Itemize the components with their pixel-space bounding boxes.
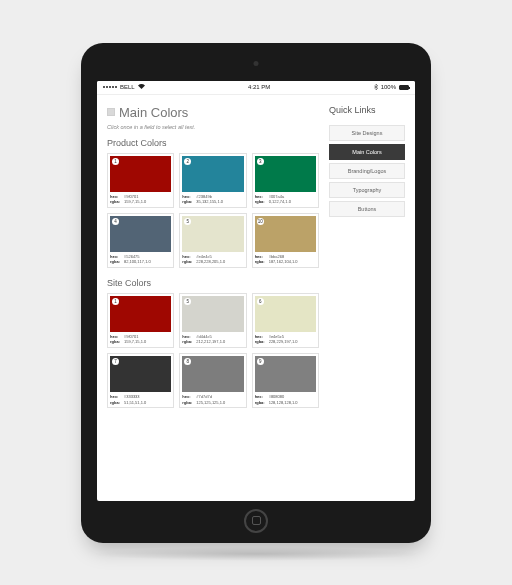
swatch-meta: hex:#9f0701rgba:159,7,15,1.0 (110, 334, 171, 345)
rgba-value[interactable]: 187,162,104,1.0 (269, 259, 298, 265)
ipad-frame: BELL 4:21 PM 100% Main Colors Cli (81, 43, 431, 543)
rgba-value[interactable]: 159,7,15,1.0 (124, 199, 146, 205)
rgba-label: rgba: (255, 199, 267, 205)
rgba-label: rgba: (182, 400, 194, 406)
status-bar: BELL 4:21 PM 100% (97, 81, 415, 95)
quick-links-heading: Quick Links (329, 105, 405, 115)
swatch-meta: hex:#7d7d7drgba:125,125,125,1.0 (182, 394, 243, 405)
rgba-label: rgba: (110, 339, 122, 345)
color-swatch[interactable]: 6hex:#e4e5c5rgba:228,229,197,1.0 (252, 293, 319, 348)
device-camera (254, 61, 259, 66)
color-swatch[interactable]: 4hex:#526475rgba:82,100,117,1.0 (107, 213, 174, 268)
color-swatch[interactable]: 7hex:#333333rgba:51,51,51,1.0 (107, 353, 174, 408)
device-shadow (91, 547, 421, 561)
section-heading-site: Site Colors (107, 278, 319, 288)
color-chip (182, 356, 243, 392)
rgba-label: rgba: (182, 199, 194, 205)
rgba-value[interactable]: 212,212,197,1.0 (196, 339, 225, 345)
swatch-number: 3 (257, 158, 264, 165)
color-chip (182, 216, 243, 252)
signal-dots-icon (103, 86, 117, 88)
color-swatch[interactable]: 2hex:#23849brgba:35,132,155,1.0 (179, 153, 246, 208)
color-swatch[interactable]: 5hex:#e4e4c5rgba:228,228,205,1.0 (179, 213, 246, 268)
swatch-number: 10 (257, 218, 264, 225)
rgba-value[interactable]: 228,229,197,1.0 (269, 339, 298, 345)
main-column: Main Colors Click once in a field to sel… (107, 105, 319, 501)
rgba-label: rgba: (255, 339, 267, 345)
quick-link-typography[interactable]: Typography (329, 182, 405, 198)
rgba-label: rgba: (182, 339, 194, 345)
swatch-meta: hex:#23849brgba:35,132,155,1.0 (182, 194, 243, 205)
rgba-label: rgba: (255, 400, 267, 406)
rgba-label: rgba: (110, 259, 122, 265)
color-chip (110, 216, 171, 252)
rgba-value[interactable]: 128,128,128,1.0 (269, 400, 298, 406)
swatch-number: 7 (112, 358, 119, 365)
site-colors-grid: 1hex:#9f0701rgba:159,7,15,1.05hex:#d4d4c… (107, 293, 319, 408)
color-chip (110, 156, 171, 192)
quick-link-main-colors[interactable]: Main Colors (329, 144, 405, 160)
rgba-value[interactable]: 125,125,125,1.0 (196, 400, 225, 406)
screen: BELL 4:21 PM 100% Main Colors Cli (97, 81, 415, 501)
swatch-number: 5 (184, 218, 191, 225)
battery-icon (399, 85, 409, 90)
color-chip (110, 356, 171, 392)
swatch-number: 1 (112, 298, 119, 305)
rgba-value[interactable]: 51,51,51,1.0 (124, 400, 146, 406)
rgba-label: rgba: (182, 259, 194, 265)
rgba-label: rgba: (110, 199, 122, 205)
product-colors-grid: 1hex:#9f0701rgba:159,7,15,1.02hex:#23849… (107, 153, 319, 268)
color-chip (255, 156, 316, 192)
wifi-icon (138, 84, 145, 90)
color-swatch[interactable]: 8hex:#7d7d7drgba:125,125,125,1.0 (179, 353, 246, 408)
swatch-meta: hex:#526475rgba:82,100,117,1.0 (110, 254, 171, 265)
rgba-value[interactable]: 82,100,117,1.0 (124, 259, 151, 265)
page-hint: Click once in a field to select all text… (107, 124, 319, 130)
quick-links-list: Site DesignsMain ColorsBranding/LogosTyp… (329, 125, 405, 217)
quick-link-site-designs[interactable]: Site Designs (329, 125, 405, 141)
color-chip (182, 296, 243, 332)
swatch-number: 1 (112, 158, 119, 165)
color-swatch[interactable]: 9hex:#808080rgba:128,128,128,1.0 (252, 353, 319, 408)
home-button[interactable] (244, 509, 268, 533)
rgba-label: rgba: (110, 400, 122, 406)
swatch-meta: hex:#333333rgba:51,51,51,1.0 (110, 394, 171, 405)
color-swatch[interactable]: 5hex:#d4d4c5rgba:212,212,197,1.0 (179, 293, 246, 348)
swatch-number: 6 (257, 298, 264, 305)
sidebar: Quick Links Site DesignsMain ColorsBrand… (329, 105, 405, 501)
color-chip (255, 356, 316, 392)
clock: 4:21 PM (248, 84, 270, 90)
carrier-label: BELL (120, 84, 135, 90)
rgba-label: rgba: (255, 259, 267, 265)
swatch-number: 9 (257, 358, 264, 365)
swatch-meta: hex:#808080rgba:128,128,128,1.0 (255, 394, 316, 405)
color-chip (255, 296, 316, 332)
swatch-number: 4 (112, 218, 119, 225)
rgba-value[interactable]: 228,228,205,1.0 (196, 259, 225, 265)
color-swatch[interactable]: 10hex:#bba268rgba:187,162,104,1.0 (252, 213, 319, 268)
rgba-value[interactable]: 35,132,155,1.0 (196, 199, 223, 205)
color-chip (182, 156, 243, 192)
rgba-value[interactable]: 159,7,15,1.0 (124, 339, 146, 345)
swatch-number: 2 (184, 158, 191, 165)
swatch-meta: hex:#9f0701rgba:159,7,15,1.0 (110, 194, 171, 205)
color-chip (110, 296, 171, 332)
swatch-meta: hex:#007a4argba:0,122,74,1.0 (255, 194, 316, 205)
swatch-meta: hex:#d4d4c5rgba:212,212,197,1.0 (182, 334, 243, 345)
battery-pct: 100% (381, 84, 396, 90)
color-swatch[interactable]: 3hex:#007a4argba:0,122,74,1.0 (252, 153, 319, 208)
swatch-meta: hex:#bba268rgba:187,162,104,1.0 (255, 254, 316, 265)
quick-link-buttons[interactable]: Buttons (329, 201, 405, 217)
bluetooth-icon (374, 84, 378, 91)
rgba-value[interactable]: 0,122,74,1.0 (269, 199, 291, 205)
swatch-meta: hex:#e4e5c5rgba:228,229,197,1.0 (255, 334, 316, 345)
section-heading-product: Product Colors (107, 138, 319, 148)
page-title-icon (107, 108, 115, 116)
quick-link-branding-logos[interactable]: Branding/Logos (329, 163, 405, 179)
swatch-meta: hex:#e4e4c5rgba:228,228,205,1.0 (182, 254, 243, 265)
color-chip (255, 216, 316, 252)
color-swatch[interactable]: 1hex:#9f0701rgba:159,7,15,1.0 (107, 153, 174, 208)
page-title: Main Colors (119, 105, 188, 120)
color-swatch[interactable]: 1hex:#9f0701rgba:159,7,15,1.0 (107, 293, 174, 348)
